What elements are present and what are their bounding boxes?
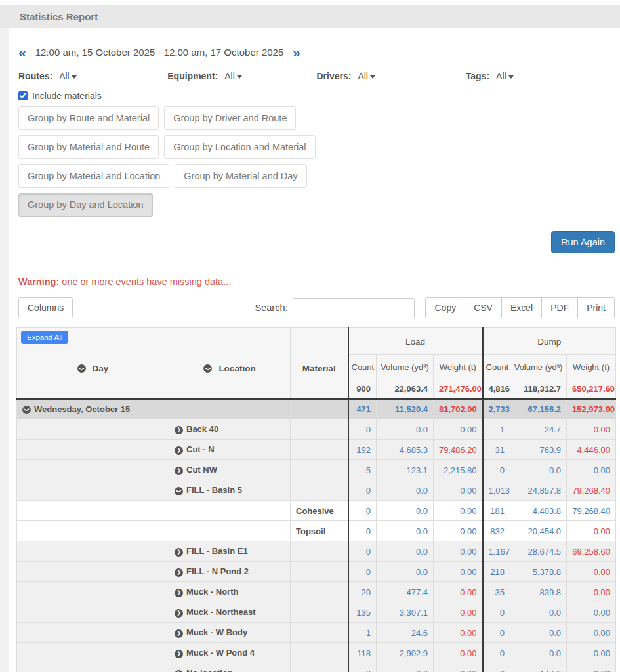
load-group-header: Load [348,328,483,355]
dump-count-cell: 6 [483,663,510,672]
material-cell: Topsoil [291,521,348,541]
load-weight-cell: 0.00 [434,501,483,521]
group-by-button[interactable]: Group by Day and Location [18,193,153,217]
group-by-button[interactable]: Group by Material and Location [18,164,169,188]
load-count-cell: 0 [348,541,377,562]
chevron-right-circle-icon[interactable]: ❯ [175,629,183,638]
load-count-cell: 118 [348,643,377,663]
caret-down-icon [370,75,375,79]
location-cell[interactable]: ❯FILL - N Pond 2 [169,562,291,582]
location-name: FILL - N Pond 2 [186,566,249,576]
caret-down-icon [237,75,242,79]
load-volume-cell: 0.0 [377,480,434,501]
dump-volume-cell: 67,156.2 [510,399,567,419]
chevron-right-circle-icon[interactable]: ❯ [175,670,183,672]
day-cell [17,501,169,521]
dump-count-cell: 1,167 [483,541,510,562]
material-cell [291,562,348,582]
location-name: Back 40 [186,424,218,434]
location-cell[interactable]: ❯FILL - Basin 5 [169,480,291,501]
chevron-right-circle-icon[interactable]: ❯ [175,426,183,434]
load-volume-cell: 22,063.4 [377,379,434,399]
pdf-button[interactable]: PDF [541,297,578,318]
location-cell[interactable]: ❯Back 40 [169,419,291,440]
chevron-right-circle-icon[interactable]: ❯ [175,650,183,658]
load-weight-cell: 0.00 [434,663,483,672]
include-materials-label[interactable]: Include materials [32,91,102,101]
dump-weight-cell: 0.00 [567,562,616,582]
dump-volume-cell: 0.0 [510,643,567,663]
load-count-header: Count [348,355,377,379]
dump-weight-cell: 152,973.00 [567,399,616,419]
dump-weight-cell: 79,268.40 [567,501,616,521]
location-cell[interactable]: ❯No location [169,663,291,672]
filter-value-dropdown[interactable]: All [358,71,375,81]
group-by-button[interactable]: Group by Driver and Route [164,106,296,130]
material-cell [291,663,348,672]
panel-heading: Statistics Report [0,5,620,28]
chevron-right-circle-icon[interactable]: ❯ [175,589,183,597]
chevron-down-circle-icon[interactable]: ❯ [175,487,183,495]
location-cell[interactable]: ❯Muck - W Pond 4 [169,643,291,663]
material-cell [291,480,348,501]
run-again-button[interactable]: Run Again [551,231,615,253]
day-column-header[interactable]: Expand All ❯Day [17,328,169,379]
dump-volume-cell: 118,312.7 [510,379,567,399]
search-label: Search: [255,303,288,313]
location-cell[interactable]: ❯Muck - W Body [169,623,291,643]
day-cell [17,663,169,672]
columns-button[interactable]: Columns [18,297,73,318]
page-title: Statistics Report [20,11,98,22]
load-weight-cell: 79,486.20 [434,440,483,460]
print-button[interactable]: Print [577,297,615,318]
chevron-right-circle-icon[interactable]: ❯ [175,568,183,577]
group-by-button[interactable]: Group by Route and Material [18,106,159,130]
dump-weight-cell: 0.00 [567,602,616,623]
dump-weight-cell: 650,217.60 [567,379,616,399]
material-name: Topsoil [296,526,325,536]
location-cell[interactable]: ❯FILL - Basin E1 [169,541,291,562]
filter-value-dropdown[interactable]: All [496,71,514,81]
prev-period-icon[interactable]: « [18,45,26,59]
excel-button[interactable]: Excel [501,297,542,318]
chevron-down-circle-icon[interactable]: ❯ [203,364,212,373]
day-name: Wednesday, October 15 [34,404,130,414]
day-cell[interactable]: ❯Wednesday, October 15 [17,399,169,419]
location-name: FILL - Basin E1 [186,546,248,556]
dump-volume-cell: 147.6 [510,663,567,672]
chevron-down-circle-icon[interactable]: ❯ [22,406,31,414]
dump-weight-cell: 4,446.00 [567,440,616,460]
location-name: Muck - North [186,587,238,597]
group-by-button[interactable]: Group by Material and Route [18,135,159,159]
day-cell [17,623,169,643]
dump-weight-cell: 0.00 [567,460,616,480]
group-by-button[interactable]: Group by Material and Day [175,164,306,188]
location-cell[interactable]: ❯Cut - N [169,440,291,460]
filter-value-dropdown[interactable]: All [224,71,242,81]
load-count-cell: 471 [348,399,377,419]
location-cell[interactable]: ❯Cut NW [169,460,291,480]
day-cell [17,562,169,582]
search-input[interactable] [293,298,415,318]
chevron-right-circle-icon[interactable]: ❯ [175,446,183,455]
day-cell [17,521,169,541]
location-column-header[interactable]: ❯Location [169,328,291,379]
location-cell[interactable]: ❯Muck - North [169,582,291,602]
chevron-right-circle-icon[interactable]: ❯ [175,467,183,475]
include-materials-checkbox[interactable] [18,91,28,100]
filter-label: Tags: [466,71,489,81]
dump-volume-cell: 28,674.5 [510,541,567,562]
csv-button[interactable]: CSV [465,297,502,318]
day-cell [17,480,169,501]
chevron-right-circle-icon[interactable]: ❯ [175,548,183,556]
filter-value-dropdown[interactable]: All [59,71,77,81]
filter-label: Equipment: [167,71,218,81]
location-cell[interactable]: ❯Muck - Northeast [169,602,291,623]
chevron-right-circle-icon[interactable]: ❯ [175,609,183,618]
filter: Routes:All [18,71,167,81]
expand-all-button[interactable]: Expand All [21,331,68,344]
group-by-button[interactable]: Group by Location and Material [164,135,315,159]
copy-button[interactable]: Copy [425,297,465,318]
chevron-down-circle-icon[interactable]: ❯ [77,364,86,373]
next-period-icon[interactable]: » [293,45,300,59]
